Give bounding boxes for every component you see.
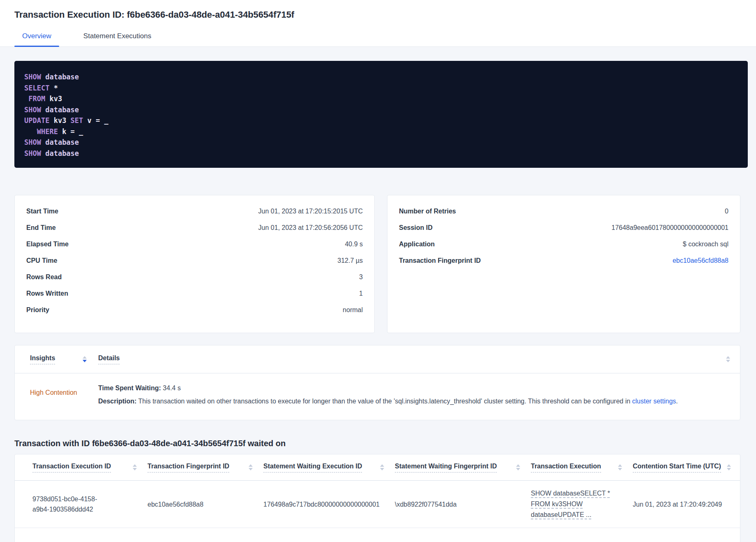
- cell-statement-waiting-execution-id: 176498a9c717bdc80000000000000001: [263, 499, 395, 510]
- transaction-fingerprint-link[interactable]: ebc10ae56cfd88a8: [673, 257, 728, 264]
- transaction-execution-preview-link[interactable]: SHOW databaseSELECT * FROM kv3SHOW datab…: [531, 490, 610, 518]
- cell-transaction-execution-id: 9738d051-bc0e-4158-a9b4-1903586ddd42: [32, 494, 123, 514]
- column-contention-start-time: Contention Start Time (UTC): [633, 463, 732, 473]
- main-content: SHOW databaseSELECT * FROM kv3SHOW datab…: [0, 61, 756, 542]
- kv-value: 0: [725, 208, 728, 215]
- kv-label: Rows Written: [26, 290, 68, 297]
- kv-label: Number of Retries: [399, 208, 456, 215]
- insight-details: Time Spent Waiting: 34.4 s Description: …: [98, 382, 730, 407]
- kv-value: $ cockroach sql: [683, 241, 728, 248]
- cell-transaction-fingerprint-id: ebc10ae56cfd88a8: [148, 499, 263, 510]
- cell-contention-start-time: Jun 01, 2023 at 17:20:49:2049: [633, 499, 732, 510]
- kv-label: Application: [399, 241, 435, 248]
- insights-sort-header[interactable]: Insights: [30, 354, 55, 364]
- tab-statement-executions[interactable]: Statement Executions: [76, 32, 159, 46]
- summary-cards: Start Time Jun 01, 2023 at 17:20:15:2015…: [14, 195, 756, 333]
- kv-value: 312.7 µs: [337, 257, 363, 264]
- kv-value: Jun 01, 2023 at 17:20:56:2056 UTC: [258, 224, 363, 232]
- column-transaction-execution-id: Transaction Execution ID: [32, 463, 148, 473]
- column-transaction-fingerprint-id: Transaction Fingerprint ID: [148, 463, 263, 473]
- cell-transaction-execution-preview: SHOW databaseSELECT * FROM kv3SHOW datab…: [531, 488, 633, 520]
- insights-column-header: Insights: [30, 354, 98, 364]
- waited-on-heading: Transaction with ID f6be6366-da03-48de-a…: [14, 438, 756, 448]
- kv-row-rows-written: Rows Written 1: [26, 290, 363, 306]
- kv-row-cpu-time: CPU Time 312.7 µs: [26, 257, 363, 273]
- sort-icon[interactable]: [618, 464, 622, 470]
- kv-value: normal: [343, 306, 363, 314]
- kv-value: 17648a9eea6017800000000000000001: [611, 224, 728, 232]
- insights-table-row: High Contention Time Spent Waiting: 34.4…: [15, 373, 740, 420]
- kv-row-elapsed-time: Elapsed Time 40.9 s: [26, 241, 363, 257]
- kv-value: Jun 01, 2023 at 17:20:15:2015 UTC: [258, 208, 363, 215]
- waited-table-header: Transaction Execution ID Transaction Fin…: [15, 454, 740, 481]
- sort-icon[interactable]: [249, 464, 253, 470]
- kv-label: Rows Read: [26, 273, 62, 281]
- sort-icon[interactable]: [380, 464, 384, 470]
- kv-label: Elapsed Time: [26, 241, 69, 248]
- kv-label: Priority: [26, 306, 49, 314]
- sort-icon[interactable]: [727, 464, 731, 470]
- page-header: Transaction Execution ID: f6be6366-da03-…: [0, 0, 756, 47]
- details-column-header: Details: [98, 354, 726, 364]
- kv-row-start-time: Start Time Jun 01, 2023 at 17:20:15:2015…: [26, 208, 363, 224]
- details-sort-header[interactable]: Details: [98, 354, 120, 364]
- page-title: Transaction Execution ID: f6be6366-da03-…: [0, 9, 756, 21]
- summary-card-timing: Start Time Jun 01, 2023 at 17:20:15:2015…: [14, 195, 375, 333]
- summary-card-session: Number of Retries 0 Session ID 17648a9ee…: [387, 195, 740, 333]
- kv-label: End Time: [26, 224, 56, 232]
- kv-label: CPU Time: [26, 257, 57, 264]
- kv-label: Transaction Fingerprint ID: [399, 257, 481, 264]
- kv-row-end-time: End Time Jun 01, 2023 at 17:20:56:2056 U…: [26, 224, 363, 241]
- waited-table-row: 9738d051-bc0e-4158-a9b4-1903586ddd42 ebc…: [15, 481, 740, 528]
- sort-desc-icon[interactable]: [83, 356, 87, 362]
- cell-statement-waiting-fingerprint-id: \xdb8922f077541dda: [395, 499, 531, 510]
- insight-type-badge: High Contention: [30, 382, 98, 407]
- kv-row-txn-fingerprint: Transaction Fingerprint ID ebc10ae56cfd8…: [399, 257, 728, 273]
- kv-label: Session ID: [399, 224, 433, 232]
- insights-table: Insights Details High Contention Time Sp…: [14, 345, 740, 420]
- cluster-settings-link[interactable]: cluster settings: [632, 398, 676, 405]
- sql-statements-box: SHOW databaseSELECT * FROM kv3SHOW datab…: [14, 61, 748, 168]
- kv-row-application: Application $ cockroach sql: [399, 241, 728, 257]
- sort-icon[interactable]: [516, 464, 520, 470]
- kv-label: Start Time: [26, 208, 58, 215]
- kv-row-rows-read: Rows Read 3: [26, 273, 363, 290]
- column-statement-waiting-execution-id: Statement Waiting Execution ID: [263, 463, 395, 473]
- kv-row-priority: Priority normal: [26, 306, 363, 323]
- insight-description: Description: This transaction waited on …: [98, 396, 730, 407]
- sort-icon[interactable]: [133, 464, 137, 470]
- kv-value: 1: [359, 290, 363, 297]
- time-spent-waiting: Time Spent Waiting: 34.4 s: [98, 382, 730, 394]
- insights-table-header: Insights Details: [15, 345, 740, 373]
- column-statement-waiting-fingerprint-id: Statement Waiting Fingerprint ID: [395, 463, 531, 473]
- tab-overview[interactable]: Overview: [14, 32, 59, 46]
- sort-icon[interactable]: [726, 356, 730, 362]
- waited-on-table: Transaction Execution ID Transaction Fin…: [14, 454, 740, 542]
- tab-bar: Overview Statement Executions: [0, 32, 756, 47]
- kv-row-retries: Number of Retries 0: [399, 208, 728, 224]
- kv-value: 40.9 s: [345, 241, 363, 248]
- kv-row-session-id: Session ID 17648a9eea6017800000000000000…: [399, 224, 728, 241]
- kv-value: 3: [359, 273, 363, 281]
- column-transaction-execution: Transaction Execution: [531, 463, 633, 473]
